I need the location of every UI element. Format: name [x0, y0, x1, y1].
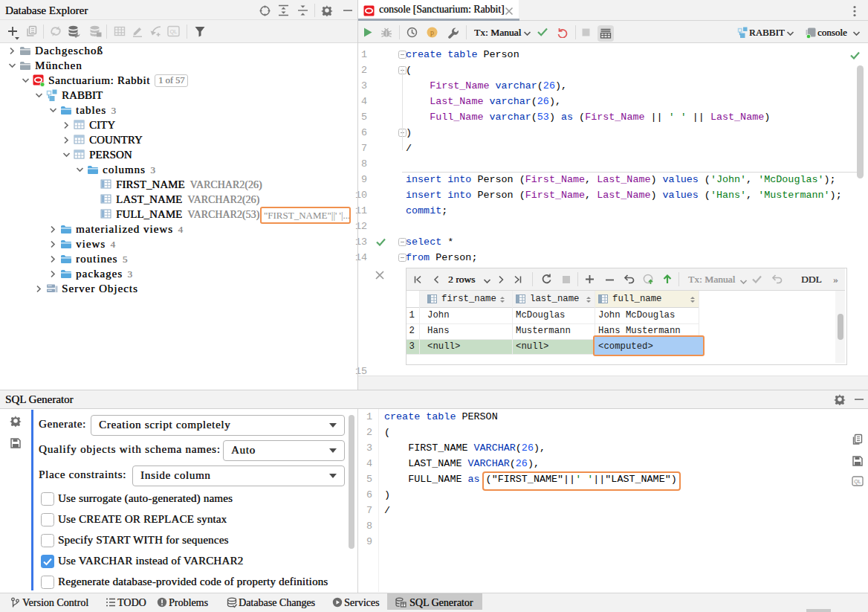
- svg-text:QL: QL: [854, 479, 861, 485]
- svg-text:QL: QL: [169, 28, 177, 35]
- svg-text:p: p: [430, 28, 434, 36]
